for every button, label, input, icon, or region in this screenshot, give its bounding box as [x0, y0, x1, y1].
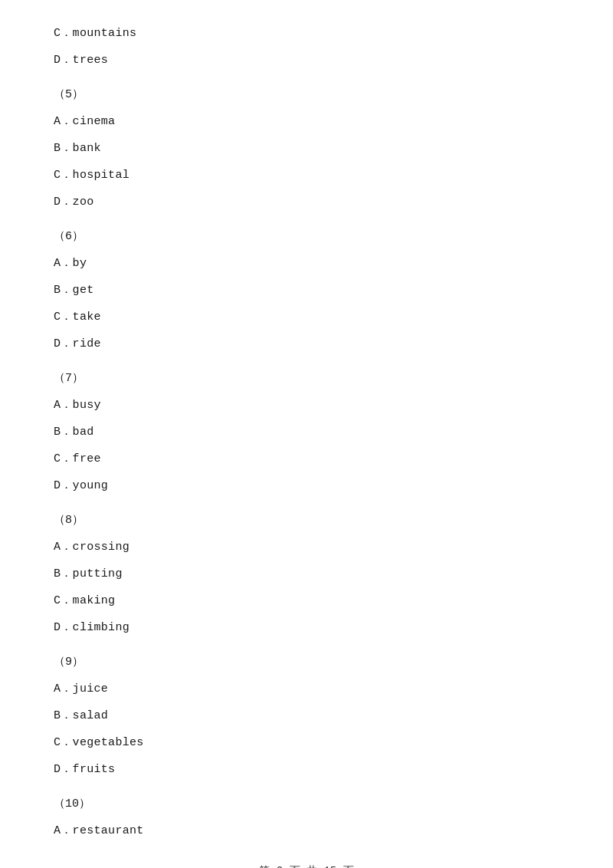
q5-option-a: A．cinema [54, 111, 559, 132]
q5-option-c: C．hospital [54, 165, 559, 186]
q9-option-a: A．juice [54, 679, 559, 699]
question-7-number: （7） [54, 368, 559, 389]
q8-option-a: A．crossing [54, 537, 559, 557]
q10-option-a: A．restaurant [54, 820, 559, 841]
q6-option-a: A．by [54, 253, 559, 274]
option-d-trees-text: D．trees [54, 54, 108, 67]
q9-option-b: B．salad [54, 705, 559, 726]
q7-option-a: A．busy [54, 395, 559, 416]
option-c-mountains: C．mountains [54, 23, 559, 44]
q9-option-d: D．fruits [54, 759, 559, 780]
q7-option-d: D．young [54, 475, 559, 496]
q6-option-d: D．ride [54, 334, 559, 354]
option-c-mountains-text: C．mountains [54, 27, 136, 40]
q6-option-c: C．take [54, 307, 559, 327]
question-6-number: （6） [54, 226, 559, 247]
footer-text: 第 2 页 共 15 页 [259, 865, 353, 868]
question-9-number: （9） [54, 652, 559, 672]
question-10-number: （10） [54, 794, 559, 814]
q7-option-b: B．bad [54, 422, 559, 442]
q8-option-d: D．climbing [54, 617, 559, 638]
q5-option-b: B．bank [54, 138, 559, 159]
q5-option-d: D．zoo [54, 192, 559, 212]
q9-option-c: C．vegetables [54, 732, 559, 753]
q8-option-b: B．putting [54, 564, 559, 584]
question-5-number: （5） [54, 84, 559, 105]
page-footer: 第 2 页 共 15 页 [0, 864, 613, 868]
option-d-trees: D．trees [54, 50, 559, 71]
page-content: C．mountains D．trees （5） A．cinema B．bank … [0, 0, 613, 868]
question-8-number: （8） [54, 510, 559, 531]
q6-option-b: B．get [54, 280, 559, 301]
q7-option-c: C．free [54, 449, 559, 469]
q8-option-c: C．making [54, 590, 559, 611]
